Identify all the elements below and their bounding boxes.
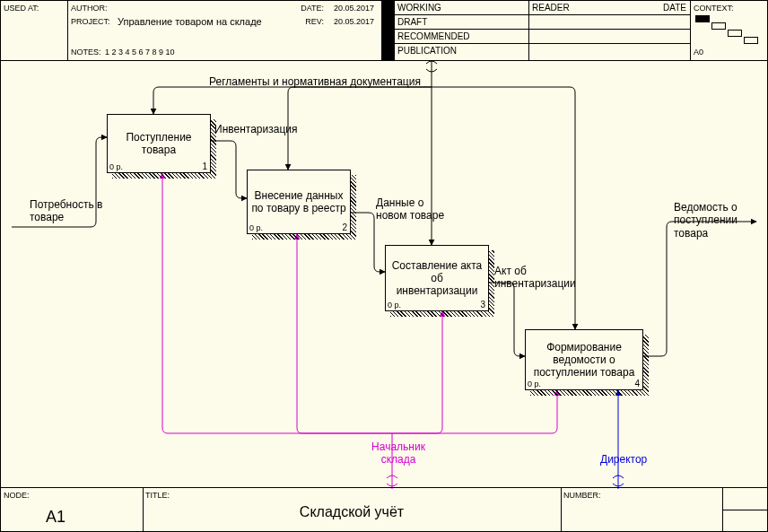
context-box-2 bbox=[711, 22, 726, 30]
diagram-canvas: Поступление товара 0 р.1 Внесение данных… bbox=[1, 60, 767, 488]
inv-label: Инвентаризация bbox=[214, 123, 313, 135]
footer: NODE: A1 TITLE: Складской учёт NUMBER: bbox=[1, 487, 767, 531]
rev-value: 20.05.2017 bbox=[334, 17, 374, 26]
box1-num: 1 bbox=[202, 161, 207, 171]
notes-label: NOTES: bbox=[71, 48, 101, 57]
date-value: 20.05.2017 bbox=[334, 4, 374, 13]
box3-num: 3 bbox=[480, 300, 485, 310]
box2-num: 2 bbox=[342, 222, 347, 232]
context-node: A0 bbox=[694, 48, 703, 57]
project-label: PROJECT: bbox=[71, 17, 110, 26]
used-at-label: USED AT: bbox=[4, 4, 39, 13]
status-publication: PUBLICATION bbox=[397, 46, 457, 56]
mech1-label: Начальник склада bbox=[358, 440, 439, 467]
date-label: DATE: bbox=[301, 4, 324, 13]
status-recommended: RECOMMENDED bbox=[397, 31, 470, 41]
status-marker bbox=[381, 1, 395, 60]
node-value: A1 bbox=[46, 508, 65, 527]
box3-title: Составление акта об инвентаризации bbox=[389, 259, 484, 297]
status-cell: WORKING DRAFT RECOMMENDED PUBLICATION bbox=[394, 1, 529, 60]
control-label: Регламенты и нормативная документация bbox=[180, 75, 449, 88]
context-box-3 bbox=[728, 30, 742, 37]
notes-value: 1 2 3 4 5 6 7 8 9 10 bbox=[105, 48, 175, 57]
context-label: CONTEXT: bbox=[694, 4, 734, 13]
author-label: AUTHOR: bbox=[71, 4, 108, 13]
author-project-cell: AUTHOR: PROJECT: Управление товаром на с… bbox=[67, 1, 382, 60]
input-label: Потребность в товаре bbox=[30, 198, 110, 224]
reader-date-label: DATE bbox=[663, 3, 686, 13]
node-label: NODE: bbox=[4, 491, 30, 500]
reader-cell: READER DATE bbox=[528, 1, 691, 60]
mech2-label: Директор bbox=[600, 453, 672, 466]
activity-box-1: Поступление товара 0 р.1 bbox=[107, 114, 211, 173]
box2-title: Внесение данных по товару в реестр bbox=[251, 189, 346, 214]
rev-label: REV: bbox=[305, 17, 324, 26]
activity-box-2: Внесение данных по товару в реестр 0 р.2 bbox=[247, 170, 351, 234]
status-working: WORKING bbox=[397, 3, 441, 13]
box1-cost: 0 р. bbox=[109, 162, 123, 171]
box4-cost: 0 р. bbox=[528, 379, 541, 388]
project-value: Управление товаром на складе bbox=[118, 16, 262, 27]
newdata-label: Данные о новом товаре bbox=[376, 196, 448, 222]
box1-title: Поступление товара bbox=[111, 131, 206, 156]
header: USED AT: AUTHOR: PROJECT: Управление тов… bbox=[1, 1, 767, 61]
box3-cost: 0 р. bbox=[388, 301, 401, 310]
number-cell: NUMBER: bbox=[561, 488, 723, 531]
act-label: Акт об инвентаризации bbox=[494, 265, 593, 291]
reader-label: READER bbox=[532, 3, 570, 13]
activity-box-3: Составление акта об инвентаризации 0 р.3 bbox=[385, 245, 489, 311]
box2-cost: 0 р. bbox=[249, 223, 263, 232]
title-value: Складской учёт bbox=[143, 504, 561, 520]
title-label: TITLE: bbox=[145, 491, 170, 500]
box4-num: 4 bbox=[634, 379, 640, 388]
context-box-1 bbox=[695, 15, 710, 22]
context-box-4 bbox=[744, 37, 758, 44]
page-cell bbox=[722, 488, 767, 531]
node-cell: NODE: A1 bbox=[1, 488, 144, 531]
box4-title: Формирование ведомости о поступлении тов… bbox=[529, 341, 639, 379]
number-label: NUMBER: bbox=[563, 491, 601, 500]
idef0-frame: USED AT: AUTHOR: PROJECT: Управление тов… bbox=[0, 0, 768, 532]
context-cell: CONTEXT: A0 bbox=[690, 1, 767, 60]
activity-box-4: Формирование ведомости о поступлении тов… bbox=[525, 329, 643, 390]
title-cell: TITLE: Складской учёт bbox=[143, 488, 562, 531]
status-draft: DRAFT bbox=[397, 17, 427, 27]
output-label: Ведомость о поступлении товара bbox=[674, 201, 764, 240]
used-at-cell: USED AT: bbox=[1, 1, 68, 60]
